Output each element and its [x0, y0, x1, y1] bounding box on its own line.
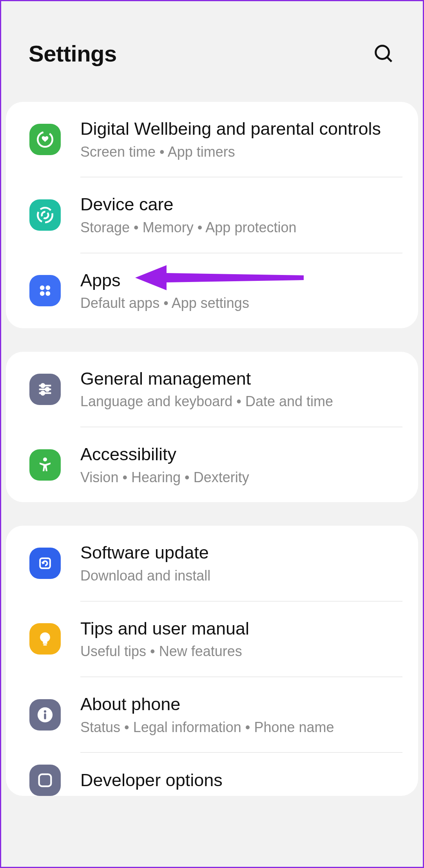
- settings-item-tips[interactable]: Tips and user manual Useful tips • New f…: [6, 602, 418, 676]
- settings-group-3: Software update Download and install Tip…: [6, 526, 418, 796]
- svg-point-13: [46, 387, 49, 391]
- settings-item-text: General management Language and keyboard…: [80, 367, 402, 411]
- svg-line-1: [387, 57, 391, 61]
- page-title: Settings: [29, 40, 117, 67]
- settings-item-text: Software update Download and install: [80, 541, 402, 585]
- svg-point-6: [45, 286, 50, 290]
- wellbeing-heart-icon: [29, 124, 61, 155]
- accessibility-person-icon: [29, 449, 61, 481]
- sliders-icon: [29, 374, 61, 405]
- settings-item-text: Device care Storage • Memory • App prote…: [80, 193, 402, 237]
- svg-rect-18: [43, 644, 47, 646]
- settings-item-title: Tips and user manual: [80, 617, 402, 640]
- svg-point-16: [43, 458, 47, 461]
- settings-item-text: Developer options: [80, 769, 402, 792]
- svg-point-8: [45, 291, 50, 296]
- settings-item-about[interactable]: About phone Status • Legal information •…: [6, 677, 418, 752]
- settings-item-wellbeing[interactable]: Digital Wellbeing and parental controls …: [6, 102, 418, 177]
- settings-item-text: Apps Default apps • App settings: [80, 269, 402, 313]
- software-update-icon: [29, 548, 61, 579]
- settings-item-subtitle: Vision • Hearing • Dexterity: [80, 468, 402, 487]
- settings-item-title: Software update: [80, 541, 402, 564]
- svg-rect-24: [39, 774, 51, 787]
- settings-item-title: Apps: [80, 269, 402, 292]
- search-button[interactable]: [372, 42, 395, 65]
- svg-point-3: [38, 208, 53, 222]
- settings-group-2: General management Language and keyboard…: [6, 352, 418, 503]
- settings-item-title: General management: [80, 367, 402, 391]
- svg-point-15: [41, 391, 44, 394]
- svg-point-22: [44, 710, 46, 712]
- settings-item-title: Developer options: [80, 769, 402, 792]
- settings-item-general[interactable]: General management Language and keyboard…: [6, 352, 418, 427]
- settings-item-subtitle: Storage • Memory • App protection: [80, 219, 402, 237]
- device-care-icon: [29, 199, 61, 231]
- settings-item-subtitle: Screen time • App timers: [80, 143, 402, 161]
- settings-item-text: Digital Wellbeing and parental controls …: [80, 118, 402, 161]
- svg-point-11: [41, 384, 44, 387]
- settings-item-developer[interactable]: Developer options: [6, 753, 418, 796]
- svg-rect-17: [40, 558, 50, 568]
- search-icon: [373, 43, 394, 64]
- settings-item-subtitle: Language and keyboard • Date and time: [80, 392, 402, 411]
- settings-item-subtitle: Useful tips • New features: [80, 642, 402, 661]
- settings-item-text: Tips and user manual Useful tips • New f…: [80, 617, 402, 661]
- settings-item-title: Device care: [80, 193, 402, 216]
- settings-item-devicecare[interactable]: Device care Storage • Memory • App prote…: [6, 177, 418, 252]
- svg-point-5: [40, 286, 45, 290]
- svg-point-0: [376, 45, 389, 59]
- settings-header: Settings: [1, 1, 423, 102]
- svg-point-4: [42, 212, 49, 219]
- settings-item-apps[interactable]: Apps Default apps • App settings: [6, 253, 418, 328]
- settings-item-subtitle: Default apps • App settings: [80, 294, 402, 313]
- settings-item-title: Accessibility: [80, 443, 402, 466]
- settings-item-text: About phone Status • Legal information •…: [80, 693, 402, 736]
- settings-item-text: Accessibility Vision • Hearing • Dexteri…: [80, 443, 402, 486]
- settings-item-title: About phone: [80, 693, 402, 716]
- developer-icon: [29, 765, 61, 796]
- settings-group-1: Digital Wellbeing and parental controls …: [6, 102, 418, 328]
- apps-grid-icon: [29, 275, 61, 306]
- info-icon: [29, 699, 61, 731]
- settings-item-software[interactable]: Software update Download and install: [6, 526, 418, 600]
- settings-item-subtitle: Download and install: [80, 567, 402, 585]
- settings-item-subtitle: Status • Legal information • Phone name: [80, 718, 402, 737]
- tips-bulb-icon: [29, 623, 61, 655]
- settings-item-title: Digital Wellbeing and parental controls: [80, 118, 402, 141]
- svg-rect-23: [44, 713, 46, 719]
- settings-item-accessibility[interactable]: Accessibility Vision • Hearing • Dexteri…: [6, 427, 418, 502]
- svg-point-7: [40, 291, 45, 296]
